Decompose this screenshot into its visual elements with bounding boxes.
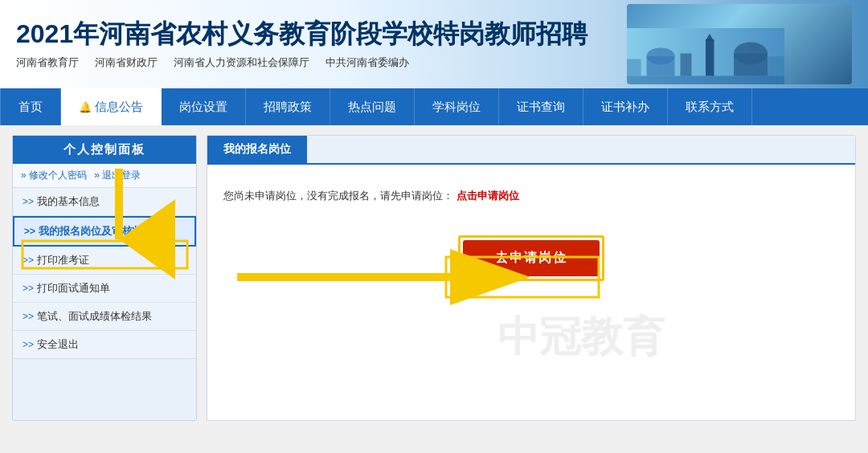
apply-position-button[interactable]: 去申请岗位	[463, 240, 600, 276]
apply-button-highlight-box: 去申请岗位	[458, 235, 604, 281]
sidebar-top-links: » 修改个人密码 » 退出登录	[13, 164, 196, 188]
content-tab-bar: 我的报名岗位	[207, 136, 855, 165]
watermark: 中冠教育	[497, 309, 665, 365]
nav-label-cert-query: 证书查询	[517, 100, 565, 115]
notice-text: 您尚未申请岗位，没有完成报名，请先申请岗位： 点击申请岗位	[223, 189, 839, 203]
sidebar-item-scores[interactable]: >> 笔试、面试成绩体检结果	[13, 303, 196, 331]
arrow-icon-3: >>	[23, 255, 34, 266]
arrow-icon-4: >>	[23, 283, 34, 294]
sidebar-item-print-ticket[interactable]: >> 打印准考证	[13, 247, 196, 275]
sidebar: 个人控制面板 » 修改个人密码 » 退出登录 >> 我的基本信息 >> 我的报名…	[12, 135, 197, 421]
apply-button-container: 去申请岗位	[223, 235, 839, 281]
sidebar-item-registration[interactable]: >> 我的报名岗位及审核状态	[13, 216, 196, 247]
svg-rect-3	[706, 39, 714, 76]
org-4: 中共河南省委编办	[326, 55, 409, 70]
logout-link[interactable]: » 退出登录	[94, 169, 141, 181]
header-banner: 2021年河南省农村义务教育阶段学校特岗教师招聘 河南省教育厅 河南省财政厅 河…	[0, 0, 868, 88]
nav-item-policy[interactable]: 招聘政策	[246, 88, 330, 125]
org-3: 河南省人力资源和社会保障厅	[174, 55, 309, 70]
nav-label-policy: 招聘政策	[264, 100, 312, 115]
header-city-image	[627, 4, 852, 84]
nav-label-contact: 联系方式	[686, 100, 734, 115]
org-1: 河南省教育厅	[16, 55, 79, 70]
nav-item-info[interactable]: 🔔 信息公告	[61, 88, 162, 125]
change-password-link[interactable]: » 修改个人密码	[21, 169, 87, 181]
nav-item-cert-query[interactable]: 证书查询	[499, 88, 583, 125]
nav-item-home[interactable]: 首页	[0, 88, 61, 125]
main-content: 个人控制面板 » 修改个人密码 » 退出登录 >> 我的基本信息 >> 我的报名…	[0, 125, 868, 431]
nav-item-subject[interactable]: 学科岗位	[415, 88, 499, 125]
header-left: 2021年河南省农村义务教育阶段学校特岗教师招聘 河南省教育厅 河南省财政厅 河…	[16, 18, 627, 70]
svg-rect-8	[681, 54, 692, 76]
site-title: 2021年河南省农村义务教育阶段学校特岗教师招聘	[16, 18, 627, 49]
content-area: 我的报名岗位 您尚未申请岗位，没有完成报名，请先申请岗位： 点击申请岗位 去申请…	[207, 135, 856, 421]
arrow-icon-6: >>	[23, 339, 34, 350]
sidebar-item-safe-logout[interactable]: >> 安全退出	[13, 331, 196, 359]
sidebar-item-print-interview[interactable]: >> 打印面试通知单	[13, 275, 196, 303]
nav-item-contact[interactable]: 联系方式	[668, 88, 752, 125]
nav-item-hotspot[interactable]: 热点问题	[330, 88, 415, 125]
arrow-icon-5: >>	[23, 311, 34, 322]
arrow-icon-1: >>	[23, 196, 34, 207]
speaker-icon: 🔔	[79, 101, 92, 113]
sidebar-item-basic-info[interactable]: >> 我的基本信息	[13, 188, 196, 216]
svg-rect-10	[627, 76, 784, 85]
svg-rect-2	[734, 54, 768, 76]
svg-rect-9	[768, 56, 784, 76]
nav-label-home: 首页	[18, 100, 43, 115]
apply-position-link[interactable]: 点击申请岗位	[457, 190, 519, 202]
nav-item-cert-reissue[interactable]: 证书补办	[583, 88, 668, 125]
nav-label-hotspot: 热点问题	[348, 100, 396, 115]
sidebar-title: 个人控制面板	[13, 136, 196, 164]
content-body: 您尚未申请岗位，没有完成报名，请先申请岗位： 点击申请岗位 去申请岗位 中冠教育	[207, 165, 855, 390]
nav-label-cert-reissue: 证书补办	[601, 100, 649, 115]
arrow-icon-2: >>	[24, 226, 35, 237]
svg-rect-6	[647, 56, 675, 76]
org-2: 河南省财政厅	[95, 55, 158, 70]
nav-label-subject: 学科岗位	[432, 100, 481, 115]
navigation-bar: 首页 🔔 信息公告 岗位设置 招聘政策 热点问题 学科岗位 证书查询 证书补办 …	[0, 88, 868, 125]
nav-label-positions: 岗位设置	[179, 100, 227, 115]
svg-rect-7	[627, 59, 641, 76]
tab-my-positions[interactable]: 我的报名岗位	[207, 136, 307, 163]
nav-item-positions[interactable]: 岗位设置	[162, 88, 246, 125]
nav-label-info: 信息公告	[95, 100, 143, 115]
header-orgs: 河南省教育厅 河南省财政厅 河南省人力资源和社会保障厅 中共河南省委编办	[16, 55, 627, 70]
